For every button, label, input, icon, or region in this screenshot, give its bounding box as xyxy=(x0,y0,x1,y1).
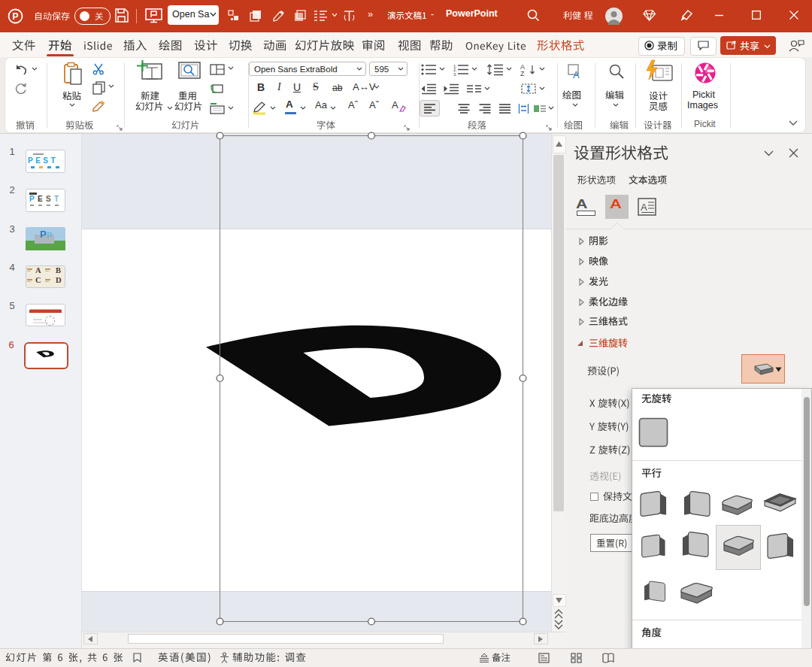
svg-text:A: A xyxy=(641,202,647,213)
